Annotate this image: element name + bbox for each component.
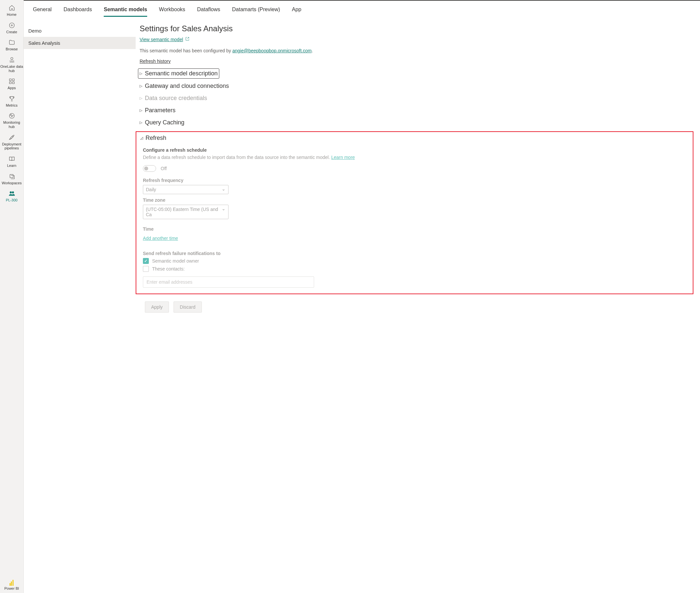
plus-circle-icon <box>8 22 16 29</box>
rail-footer-label: Power BI <box>4 586 19 590</box>
section-title: Query Caching <box>145 119 184 126</box>
rail-item-metrics[interactable]: Metrics <box>0 92 23 110</box>
discard-button[interactable]: Discard <box>174 302 201 313</box>
page-title: Settings for Sales Analysis <box>140 24 693 33</box>
rail-item-workspaces[interactable]: Workspaces <box>0 170 23 187</box>
apply-button[interactable]: Apply <box>145 302 169 313</box>
settings-tabs: General Dashboards Semantic models Workb… <box>24 1 700 17</box>
rail-label: Browse <box>6 47 18 51</box>
trophy-icon <box>8 95 16 103</box>
tab-workbooks[interactable]: Workbooks <box>159 1 185 16</box>
rail-label: PL-300 <box>6 198 17 202</box>
svg-rect-7 <box>10 174 13 178</box>
rail-item-browse[interactable]: Browse <box>0 36 23 53</box>
tab-app[interactable]: App <box>292 1 301 16</box>
learn-more-link[interactable]: Learn more <box>331 155 355 160</box>
notify-contacts-checkbox[interactable] <box>143 266 149 272</box>
notify-label: Send refresh failure notifications to <box>143 251 690 256</box>
rail-footer-powerbi[interactable]: Power BI <box>0 580 23 593</box>
triangle-right-icon: ▷ <box>140 71 144 76</box>
rail-item-onelake[interactable]: OneLake data hub <box>0 53 23 75</box>
tab-dashboards[interactable]: Dashboards <box>64 1 92 16</box>
svg-rect-3 <box>12 79 14 81</box>
rail-item-pl300[interactable]: PL-300 <box>0 187 23 204</box>
model-list: Demo Sales Analysis <box>24 17 136 593</box>
tab-general[interactable]: General <box>33 1 52 16</box>
section-query-caching[interactable]: ▷ Query Caching <box>140 117 693 129</box>
rail-item-monitoring[interactable]: Monitoring hub <box>0 109 23 131</box>
stack-icon <box>8 172 16 180</box>
rail-label: Monitoring hub <box>0 120 23 129</box>
section-refresh[interactable]: ◿ Refresh <box>138 132 690 144</box>
notify-contacts-label: These contacts: <box>152 266 185 272</box>
book-open-icon <box>8 155 16 163</box>
tab-datamarts[interactable]: Datamarts (Preview) <box>232 1 280 16</box>
rail-item-deployment[interactable]: Deployment pipelines <box>0 131 23 152</box>
main-region: General Dashboards Semantic models Workb… <box>24 0 700 593</box>
section-title: Semantic model description <box>145 70 218 77</box>
svg-point-8 <box>10 192 11 193</box>
svg-rect-2 <box>9 79 11 81</box>
triangle-right-icon: ▷ <box>140 84 144 88</box>
refresh-frequency-value: Daily <box>146 187 156 192</box>
refresh-frequency-select[interactable]: Daily <box>143 185 228 194</box>
rail-label: Create <box>6 30 17 34</box>
left-nav-rail: Home Create Browse OneLake data hub Apps… <box>0 0 24 593</box>
configured-by-suffix: . <box>311 48 313 53</box>
section-semantic-description[interactable]: ▷ Semantic model description <box>138 69 219 79</box>
triangle-right-icon: ▷ <box>140 108 144 113</box>
timezone-label: Time zone <box>143 197 690 203</box>
triangle-right-icon: ▷ <box>140 120 144 125</box>
section-parameters[interactable]: ▷ Parameters <box>140 104 693 117</box>
notify-owner-checkbox[interactable] <box>143 258 149 264</box>
home-icon <box>8 4 16 12</box>
tab-semantic-models[interactable]: Semantic models <box>104 1 147 16</box>
rail-item-learn[interactable]: Learn <box>0 152 23 170</box>
rail-label: Learn <box>7 164 16 168</box>
section-gateway[interactable]: ▷ Gateway and cloud connections <box>140 80 693 92</box>
toggle-knob <box>144 166 148 170</box>
svg-rect-4 <box>9 82 11 84</box>
section-title: Parameters <box>145 107 176 114</box>
section-title: Gateway and cloud connections <box>145 83 229 89</box>
svg-point-9 <box>12 192 13 193</box>
rail-label: Metrics <box>6 103 17 108</box>
activity-circle-icon <box>8 112 16 120</box>
svg-rect-5 <box>12 82 14 84</box>
refresh-description-text: Define a data refresh schedule to import… <box>143 155 331 160</box>
configured-by-prefix: This semantic model has been configured … <box>140 48 232 53</box>
add-another-time-link[interactable]: Add another time <box>143 236 178 241</box>
list-item-demo[interactable]: Demo <box>24 25 136 37</box>
rail-item-create[interactable]: Create <box>0 19 23 36</box>
list-item-sales-analysis[interactable]: Sales Analysis <box>24 37 136 49</box>
view-semantic-model-label: View semantic model <box>140 37 183 42</box>
timezone-select[interactable]: (UTC-05:00) Eastern Time (US and Ca <box>143 205 228 219</box>
toggle-state-label: Off <box>161 166 167 171</box>
folder-icon <box>8 39 16 46</box>
settings-detail: Settings for Sales Analysis View semanti… <box>136 17 700 593</box>
svg-point-1 <box>10 57 13 60</box>
powerbi-logo-icon <box>9 580 14 586</box>
refresh-schedule-toggle[interactable] <box>143 165 156 172</box>
timezone-value: (UTC-05:00) Eastern Time (US and Ca <box>146 207 218 217</box>
rail-item-apps[interactable]: Apps <box>0 75 23 92</box>
refresh-history-link[interactable]: Refresh history <box>140 58 171 64</box>
apps-grid-icon <box>8 77 16 85</box>
triangle-right-icon: ▷ <box>140 96 144 101</box>
configured-by-email[interactable]: angie@beepboopbop.onmicrosoft.com <box>232 48 312 53</box>
configured-by-line: This semantic model has been configured … <box>140 48 693 53</box>
settings-accordion: ▷ Semantic model description ▷ Gateway a… <box>140 67 693 294</box>
rail-item-home[interactable]: Home <box>0 1 23 19</box>
rail-label: Apps <box>8 86 16 90</box>
section-title: Data source credentials <box>145 95 207 102</box>
notify-owner-label: Semantic model owner <box>152 258 199 264</box>
tab-dataflows[interactable]: Dataflows <box>197 1 220 16</box>
contacts-email-input[interactable] <box>143 276 314 288</box>
rocket-icon <box>8 133 16 142</box>
time-label: Time <box>143 226 690 232</box>
rail-label: Home <box>7 12 16 17</box>
rail-label: Workspaces <box>2 181 22 185</box>
highlighted-refresh-section: ◿ Refresh Configure a refresh schedule D… <box>136 131 693 294</box>
refresh-description: Define a data refresh schedule to import… <box>143 155 690 160</box>
view-semantic-model-link[interactable]: View semantic model <box>140 37 190 42</box>
